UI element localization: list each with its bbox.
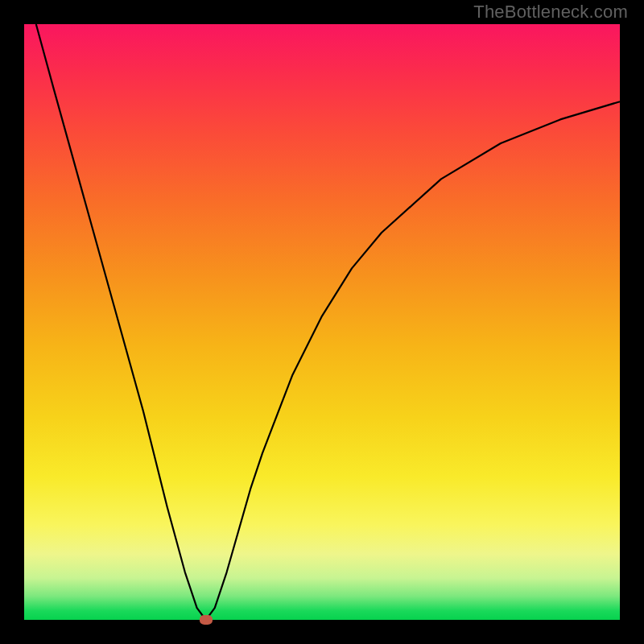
minimum-marker xyxy=(200,615,213,625)
chart-frame: TheBottleneck.com xyxy=(0,0,644,644)
plot-area xyxy=(24,24,620,620)
bottleneck-curve xyxy=(24,24,620,620)
attribution-text: TheBottleneck.com xyxy=(473,2,628,23)
